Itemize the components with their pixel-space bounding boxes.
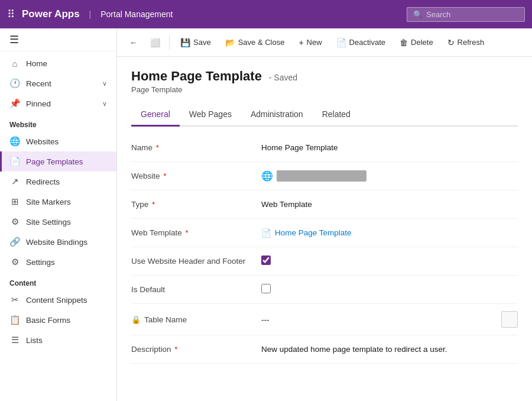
field-website-text: Website <box>131 172 160 180</box>
save-close-button[interactable]: 📂 Save & Close <box>219 34 291 51</box>
site-settings-icon: ⚙ <box>9 216 20 227</box>
sidebar-item-redirects-label: Redirects <box>26 177 60 186</box>
sidebar-item-recent[interactable]: 🕐 Recent ∨ <box>0 73 116 93</box>
new-button[interactable]: + New <box>293 34 327 51</box>
sidebar-item-redirects[interactable]: ↗ Redirects <box>0 172 116 192</box>
save-icon: 💾 <box>180 38 190 47</box>
delete-icon: 🗑 <box>400 38 408 47</box>
sidebar-item-site-markers-label: Site Markers <box>26 198 71 206</box>
deactivate-label: Deactivate <box>349 38 385 47</box>
sidebar-item-website-bindings-label: Website Bindings <box>26 238 87 247</box>
use-header-footer-checkbox[interactable] <box>261 256 271 265</box>
sidebar-item-websites[interactable]: 🌐 Websites <box>0 131 116 151</box>
restore-button[interactable]: ⬜ <box>145 33 164 52</box>
field-value-website[interactable]: 🌐 website name here <box>261 170 518 182</box>
sidebar-nav: ⌂ Home 🕐 Recent ∨ 📌 Pinned ∨ Website 🌐 W… <box>0 51 116 353</box>
page-templates-icon: 📄 <box>9 156 20 167</box>
sidebar-item-site-settings-label: Site Settings <box>26 218 71 227</box>
save-label: Save <box>193 38 211 47</box>
table-name-value: --- <box>261 315 270 324</box>
website-bindings-icon: 🔗 <box>9 237 20 247</box>
portal-title: Portal Management <box>100 9 173 19</box>
field-is-default-text: Is Default <box>131 285 165 294</box>
field-label-is-default: Is Default <box>131 285 261 294</box>
sidebar-item-content-snippets[interactable]: ✂ Content Snippets <box>0 290 116 310</box>
sidebar-item-lists[interactable]: ☰ Lists <box>0 330 116 350</box>
main-layout: ☰ ⌂ Home 🕐 Recent ∨ 📌 Pinned ∨ Website 🌐… <box>0 28 532 401</box>
tabs: General Web Pages Administration Related <box>131 104 518 127</box>
sidebar-item-content-snippets-label: Content Snippets <box>26 296 87 305</box>
tab-related[interactable]: Related <box>313 104 360 127</box>
field-value-type: Web Template <box>261 200 518 209</box>
search-box[interactable]: 🔍 <box>407 7 525 22</box>
field-row-website: Website * 🌐 website name here <box>131 162 518 190</box>
tab-web-pages[interactable]: Web Pages <box>180 104 241 127</box>
field-label-use-header-footer: Use Website Header and Footer <box>131 257 261 266</box>
basic-forms-icon: 📋 <box>9 315 20 325</box>
field-row-name: Name * Home Page Template <box>131 134 518 162</box>
websites-icon: 🌐 <box>9 136 20 147</box>
field-value-description: New updated home page template to redire… <box>261 345 518 354</box>
sidebar-item-pinned[interactable]: 📌 Pinned ∨ <box>0 93 116 114</box>
field-value-is-default <box>261 284 518 295</box>
field-row-type: Type * Web Template <box>131 190 518 219</box>
header-divider: | <box>89 9 92 19</box>
field-web-template-text: Web Template <box>131 228 182 237</box>
field-label-name: Name * <box>131 143 261 152</box>
website-blurred-value: website name here <box>277 170 366 182</box>
field-label-type: Type * <box>131 200 261 209</box>
required-star-type: * <box>152 200 155 209</box>
field-value-table-name: --- <box>261 311 518 328</box>
field-row-description: Description * New updated home page temp… <box>131 335 518 364</box>
web-template-link-text: Home Page Template <box>275 228 352 237</box>
field-value-web-template[interactable]: 📄 Home Page Template <box>261 228 518 238</box>
sidebar-item-home-label: Home <box>26 59 47 68</box>
pinned-icon: 📌 <box>9 98 20 109</box>
page-content: Home Page Template - Saved Page Template… <box>117 57 532 401</box>
field-label-table-name: 🔒 Table Name <box>131 315 261 324</box>
sidebar-item-website-bindings[interactable]: 🔗 Website Bindings <box>0 232 116 252</box>
hamburger-icon[interactable]: ☰ <box>7 31 21 48</box>
sidebar-item-site-settings[interactable]: ⚙ Site Settings <box>0 212 116 232</box>
sidebar-section-website: Website <box>0 114 116 131</box>
recent-chevron-icon: ∨ <box>102 80 107 88</box>
sidebar-item-home[interactable]: ⌂ Home <box>0 54 116 73</box>
page-header: Home Page Template - Saved Page Template <box>131 69 518 94</box>
field-description-text: Description <box>131 345 171 354</box>
required-star-name: * <box>156 144 159 152</box>
sidebar-item-settings[interactable]: ⚙ Settings <box>0 252 116 272</box>
save-button[interactable]: 💾 Save <box>174 34 217 51</box>
sidebar-item-site-markers[interactable]: ⊞ Site Markers <box>0 192 116 212</box>
table-name-lookup-button[interactable] <box>501 311 518 328</box>
deactivate-button[interactable]: 📄 Deactivate <box>330 34 391 51</box>
sidebar-item-page-templates[interactable]: 📄 Page Templates <box>0 151 116 172</box>
sidebar-item-basic-forms[interactable]: 📋 Basic Forms <box>0 310 116 330</box>
required-star-website: * <box>164 172 167 180</box>
apps-grid-icon[interactable]: ⠿ <box>7 8 15 21</box>
tab-administration[interactable]: Administration <box>241 104 313 127</box>
field-label-web-template: Web Template * <box>131 228 261 237</box>
search-icon: 🔍 <box>413 10 423 19</box>
sidebar-item-basic-forms-label: Basic Forms <box>26 316 70 325</box>
refresh-button[interactable]: ↻ Refresh <box>442 34 491 51</box>
field-table-name-text: Table Name <box>144 315 187 324</box>
lists-icon: ☰ <box>9 335 20 345</box>
sidebar-top: ☰ <box>0 28 116 51</box>
settings-icon: ⚙ <box>9 257 20 267</box>
top-header: ⠿ Power Apps | Portal Management 🔍 <box>0 0 532 28</box>
field-row-use-header-footer: Use Website Header and Footer <box>131 247 518 276</box>
home-icon: ⌂ <box>9 59 20 69</box>
sidebar-item-lists-label: Lists <box>26 336 43 345</box>
search-input[interactable] <box>426 10 518 19</box>
is-default-checkbox[interactable] <box>261 284 271 293</box>
sidebar-item-page-templates-label: Page Templates <box>26 157 83 166</box>
required-star-web-template: * <box>186 229 189 237</box>
field-label-description: Description * <box>131 345 261 354</box>
required-star-description: * <box>175 345 178 354</box>
sidebar-section-content: Content <box>0 272 116 290</box>
delete-button[interactable]: 🗑 Delete <box>394 34 439 51</box>
new-icon: + <box>299 38 303 47</box>
save-close-icon: 📂 <box>225 38 235 47</box>
tab-general[interactable]: General <box>131 104 180 127</box>
back-button[interactable]: ← <box>124 33 143 52</box>
